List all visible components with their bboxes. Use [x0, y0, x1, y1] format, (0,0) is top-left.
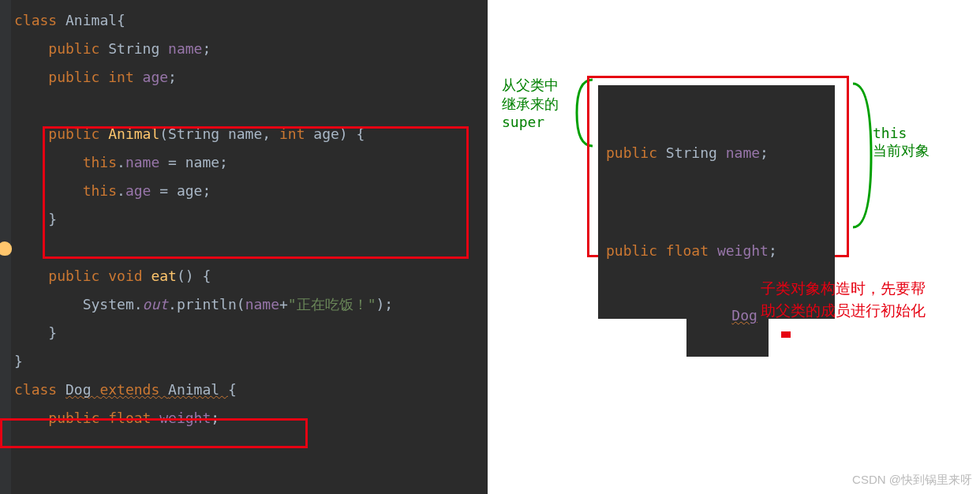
dog-label: Dog	[731, 307, 757, 324]
method-eat: eat	[151, 268, 177, 284]
code-editor[interactable]: class Animal{ public String name; public…	[0, 0, 488, 494]
annotation-this: this 当前对象	[873, 125, 930, 160]
code-line: public Animal(String name, int age) {	[0, 120, 488, 148]
super-class: Animal	[168, 381, 228, 398]
kw-this: this	[14, 182, 117, 199]
code-line: }	[0, 319, 488, 347]
text: 继承来的	[502, 95, 559, 114]
code-line: System.out.println(name+"正在吃饭！");	[0, 290, 488, 319]
dot: .	[117, 154, 125, 170]
watermark: CSDN @快到锅里来呀	[852, 473, 972, 488]
class-name: Animal{	[65, 12, 125, 28]
parens: () {	[177, 268, 211, 284]
bracket-right-icon	[849, 80, 876, 230]
param: (String name,	[159, 125, 279, 142]
snippet-dog: Dog	[686, 275, 769, 357]
println: .println(	[168, 296, 245, 312]
string-literal: "正在吃饭！"	[288, 296, 376, 312]
close: );	[376, 296, 394, 312]
kw: public float	[606, 242, 717, 259]
brace-close: }	[14, 353, 23, 369]
param-end: age) {	[313, 125, 365, 142]
field-weight: weight	[159, 410, 211, 426]
kw-extends: extends	[99, 381, 168, 398]
semi: ;	[769, 242, 777, 259]
field-name: name	[168, 40, 202, 57]
field-ref: name	[245, 296, 279, 312]
code-line: public float weight;	[0, 404, 488, 432]
code-line	[0, 92, 488, 120]
kw-class: class	[14, 12, 65, 28]
kw-public-float: public float	[14, 410, 159, 426]
semicolon: ;	[202, 40, 211, 57]
class-dog: Dog	[65, 381, 99, 398]
code-line: public void eat() {	[0, 262, 488, 290]
field: name	[726, 144, 760, 161]
brace-open: {	[228, 381, 237, 398]
out: out	[143, 296, 169, 312]
code-line: }	[0, 205, 488, 234]
kw-int: int	[279, 125, 313, 142]
kw-public: public	[14, 40, 108, 57]
annotation-pane: 从父类中 继承来的 super public String name; publ…	[488, 0, 980, 494]
code-line: class Animal{	[0, 6, 488, 35]
code-line: public String name;	[0, 35, 488, 63]
semi: ;	[760, 144, 769, 161]
text: 助父类的成员进行初始化	[761, 300, 926, 322]
red-mark	[781, 331, 791, 338]
annotation-from-parent: 从父类中 继承来的 super	[502, 76, 559, 130]
semicolon: ;	[211, 410, 219, 426]
field: weight	[717, 242, 769, 259]
semicolon: ;	[168, 69, 177, 85]
type: String	[666, 144, 726, 161]
annotation-note: 子类对象构造时，先要帮 助父类的成员进行初始化	[761, 278, 926, 322]
kw-public-void: public void	[14, 268, 151, 284]
brace-close: }	[14, 211, 57, 227]
text: 从父类中	[502, 76, 559, 95]
text: 子类对象构造时，先要帮	[761, 278, 926, 300]
system: System.	[14, 296, 143, 312]
code-line: this.name = name;	[0, 148, 488, 177]
kw: public	[606, 144, 666, 161]
dot: .	[117, 182, 125, 199]
code-line: }	[0, 347, 488, 376]
kw-this: this	[14, 154, 117, 170]
code-line	[0, 234, 488, 262]
field-age: age	[125, 182, 159, 199]
kw-public: public	[14, 125, 108, 142]
this-label: this	[873, 125, 930, 141]
code-line: class Dog extends Animal {	[0, 376, 488, 404]
kw-class: class	[14, 381, 65, 398]
type-string: String	[108, 40, 168, 57]
lightbulb-icon[interactable]	[0, 241, 12, 256]
field-age: age	[143, 69, 169, 85]
plus: +	[279, 296, 288, 312]
field-name: name	[125, 154, 168, 170]
text: 当前对象	[873, 141, 930, 160]
brace-close: }	[14, 324, 57, 341]
kw-public-int: public int	[14, 69, 143, 85]
assign: = age;	[159, 182, 211, 199]
constructor-name: Animal	[108, 125, 159, 142]
super-label: super	[502, 114, 559, 130]
assign: = name;	[168, 154, 228, 170]
code-line: public int age;	[0, 63, 488, 92]
code-line: this.age = age;	[0, 177, 488, 205]
